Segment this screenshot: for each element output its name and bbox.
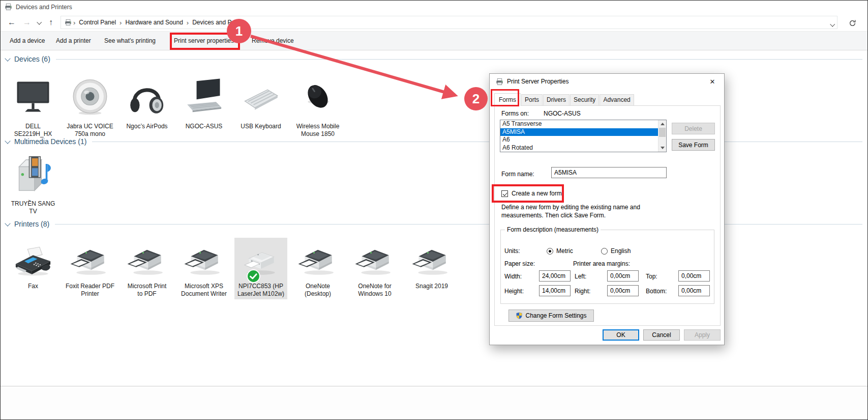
form-name-input[interactable] [551,167,667,178]
bottom-margin-input[interactable] [678,285,710,296]
printer-label: Fax [28,283,38,290]
printer-tile-snagit[interactable]: Snagit 2019 [405,238,458,299]
width-label: Width: [504,273,522,280]
device-label: DELL [25,123,41,130]
delete-button[interactable]: Delete [672,123,715,134]
form-list-item[interactable]: A6 Rotated [500,144,666,152]
metric-radio[interactable] [547,248,553,255]
form-list-item[interactable]: A6 [500,136,666,144]
scroll-up-icon[interactable] [661,123,665,125]
device-tile-mouse[interactable]: Wireless MobileMouse 1850 [291,72,344,139]
tab-security[interactable]: Security [570,94,599,105]
scroll-down-icon[interactable] [661,147,665,149]
printer-tile-hp-laserjet-selected[interactable]: NPI7CC853 (HPLaserJet M102w) [234,238,287,299]
back-icon[interactable]: ← [5,15,19,30]
breadcrumb-chevron-icon: › [118,19,123,26]
printer-icon [409,244,454,277]
breadcrumb-chevron-icon: › [185,19,190,26]
device-label: TRUYỀN SANG [11,200,55,207]
printer-tile-onenote-desktop[interactable]: OneNote(Desktop) [291,238,344,299]
printer-label: Windows 10 [358,290,391,297]
device-tile-jabra-speaker[interactable]: Jabra UC VOICE750a mono [64,72,116,139]
device-tile-dell-monitor[interactable]: DELLSE2219H_HX [7,72,59,139]
printer-tile-ms-xps[interactable]: Microsoft XPSDocument Writer [177,238,230,299]
device-label: Wireless Mobile [296,123,340,130]
device-tile-keyboard[interactable]: USB Keyboard [234,72,287,139]
printers-grid: Fax Foxit Reader PDFPrinter Microsoft Pr… [7,238,462,299]
tab-ports[interactable]: Ports [521,94,543,105]
description-line-1: Define a new form by editing the existin… [501,204,640,211]
mouse-icon [296,76,339,119]
breadcrumb-control-panel[interactable]: Control Panel [77,19,118,26]
breadcrumb-printer-icon [65,19,72,26]
change-form-settings-button[interactable]: Change Form Settings [508,310,594,322]
section-title: Devices (6) [14,55,50,63]
refresh-icon[interactable] [845,17,860,29]
left-margin-input[interactable] [607,270,639,282]
annotation-step-2-badge: 2 [464,87,488,110]
device-label: NGOC-ASUS [186,123,223,130]
device-tile-laptop[interactable]: NGOC-ASUS [177,72,230,139]
printer-icon [125,244,169,277]
window-title: Devices and Printers [16,4,72,11]
width-input[interactable] [539,270,571,282]
printer-tile-onenote-win10[interactable]: OneNote forWindows 10 [348,238,401,299]
list-scrollbar[interactable] [658,120,666,152]
device-tile-media-server[interactable]: TRUYỀN SANGTV [7,149,59,217]
height-input[interactable] [539,285,571,296]
apply-button[interactable]: Apply [684,329,721,341]
tab-drivers[interactable]: Drivers [543,94,570,105]
form-list-item[interactable]: A5 Transverse [500,120,666,128]
cancel-button[interactable]: Cancel [643,329,680,341]
forms-listbox[interactable]: A5 Transverse A5MISA A6 A6 Rotated [500,120,667,152]
add-a-device-button[interactable]: Add a device [10,32,45,50]
close-icon[interactable]: ✕ [706,77,719,87]
add-a-printer-button[interactable]: Add a printer [56,32,91,50]
window-titlebar: Devices and Printers [1,1,867,13]
section-title: Multimedia Devices (1) [14,137,86,146]
printer-label: NPI7CC853 (HP [238,283,283,290]
printer-area-margins-label: Printer area margins: [573,260,630,267]
groupbox-title: Form description (measurements) [505,226,601,233]
right-margin-input[interactable] [607,285,639,296]
save-form-button[interactable]: Save Form [672,139,715,151]
speaker-icon [69,76,111,119]
forward-icon[interactable]: → [20,15,34,30]
history-chevron-icon[interactable] [35,15,42,30]
form-name-label: Form name: [501,171,534,178]
form-list-item-selected[interactable]: A5MISA [500,128,666,136]
hp-printer-icon [238,244,283,277]
ok-button[interactable]: OK [603,329,639,341]
top-margin-input[interactable] [678,270,710,282]
window-printer-icon [5,3,12,11]
device-label: TV [29,208,37,215]
printer-tile-fax[interactable]: Fax [7,238,59,299]
dialog-printer-icon [496,78,503,86]
address-dropdown-chevron-icon[interactable] [830,21,834,28]
printer-label: Foxit Reader PDF [66,283,114,290]
metric-radio-label: Metric [556,247,573,255]
dialog-titlebar: Print Server Properties [490,74,724,89]
address-bar: ← → ↑ › Control Panel › Hardware and Sou… [1,13,867,32]
english-radio[interactable] [601,248,608,255]
printer-tile-ms-print-to-pdf[interactable]: Microsoft Printto PDF [121,238,173,299]
media-server-icon [11,153,55,198]
printer-label: Snagit 2019 [415,283,448,290]
breadcrumb[interactable]: › Control Panel › Hardware and Sound › D… [61,16,837,29]
device-tile-airpods[interactable]: Ngoc’s AirPods [121,72,173,139]
section-header-devices[interactable]: Devices (6) [5,54,862,64]
printer-icon [295,244,340,277]
see-whats-printing-button[interactable]: See what's printing [104,32,156,50]
device-label: Ngoc’s AirPods [126,123,167,130]
remove-device-button[interactable]: Remove device [252,32,294,50]
section-rule [55,224,862,225]
up-icon[interactable]: ↑ [44,15,57,30]
printer-label: Microsoft XPS [185,283,223,290]
section-header-multimedia[interactable]: Multimedia Devices (1) [5,136,862,147]
printer-tile-foxit[interactable]: Foxit Reader PDFPrinter [64,238,116,299]
chevron-down-icon [5,55,10,61]
section-header-printers[interactable]: Printers (8) [5,219,862,229]
breadcrumb-hardware-and-sound[interactable]: Hardware and Sound [123,19,185,26]
scrollbar-thumb[interactable] [659,128,666,137]
tab-advanced[interactable]: Advanced [600,94,634,105]
